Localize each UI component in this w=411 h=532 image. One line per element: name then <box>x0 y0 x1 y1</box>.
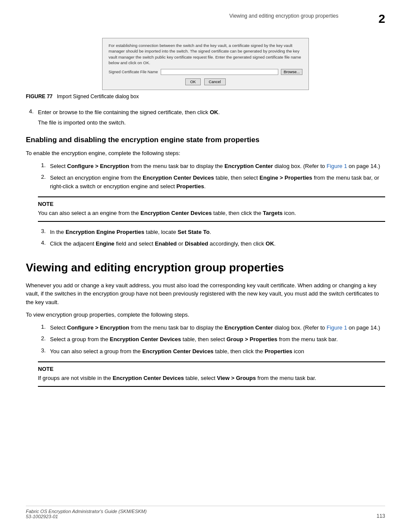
s1-step2-content: Select an encryption engine from the Enc… <box>50 174 385 190</box>
figure-caption: FIGURE 77 Import Signed Certificate dial… <box>26 93 139 100</box>
dialog-buttons: OK Cancel <box>109 78 302 85</box>
main-content: For establishing connection between the … <box>0 29 411 419</box>
s1-step4-ok: OK <box>266 240 274 247</box>
s2-note-ecd: Encryption Center Devices <box>112 375 184 381</box>
figure-77-container: For establishing connection between the … <box>26 38 385 100</box>
figure-caption-text: Import Signed Certificate dialog box <box>57 93 139 100</box>
section2-note-label: NOTE <box>38 366 385 372</box>
s1-step1-num: 1. <box>38 162 46 171</box>
ok-button[interactable]: OK <box>185 78 200 85</box>
s2-step3-ecd: Encryption Center Devices <box>142 348 213 355</box>
s2-note-view-groups: View > Groups <box>217 375 256 381</box>
s2-step3-properties: Properties <box>265 348 292 355</box>
s1-step2-ecd: Encryption Center Devices <box>143 174 214 181</box>
section1-steps-cont: 3. In the Encryption Engine Properties t… <box>38 228 385 248</box>
dialog-description: For establishing connection between the … <box>109 43 302 65</box>
footer-line2: 53-1002923-01 <box>26 514 146 519</box>
footer-line1: Fabric OS Encryption Administrator's Gui… <box>26 509 146 514</box>
section2-steps: 1. Select Configure > Encryption from th… <box>38 324 385 387</box>
figure-steps: 4. Enter or browse to the file containin… <box>26 108 385 127</box>
section1-step-4: 4. Click the adjacent Engine field and s… <box>38 240 385 248</box>
section1-steps: 1. Select Configure > Encryption from th… <box>38 162 385 248</box>
chapter-number: 2 <box>378 13 385 25</box>
s2-step2-group-props: Group > Properties <box>227 336 277 342</box>
s1-step4-enabled: Enabled <box>155 240 177 247</box>
section1-note-text: You can also select a an engine from the… <box>38 209 385 218</box>
page-header: Viewing and editing encryption group pro… <box>0 0 411 29</box>
s1-step2-properties: Properties <box>176 183 204 190</box>
section1-note-targets: Targets <box>263 210 283 216</box>
step-4-ok: OK <box>210 109 218 115</box>
s2-step1-num: 1. <box>38 324 46 332</box>
s2-step1-link[interactable]: Figure 1 <box>327 324 347 331</box>
s1-step1-configure-encryption: Configure > Encryption <box>67 163 129 169</box>
section2-step-1: 1. Select Configure > Encryption from th… <box>38 324 385 332</box>
section2-step-2: 2. Select a group from the Encryption Ce… <box>38 335 385 344</box>
section1-step-2: 2. Select an encryption engine from the … <box>38 174 385 190</box>
certificate-input[interactable] <box>161 69 279 75</box>
dialog-field-row: Signed Certificate File Name Browse... <box>109 69 302 75</box>
section1-step-3: 3. In the Encryption Engine Properties t… <box>38 228 385 236</box>
figure-label: FIGURE 77 <box>26 93 53 100</box>
s1-step3-num: 3. <box>38 228 46 236</box>
step-4-content: Enter or browse to the file containing t… <box>38 108 385 127</box>
s1-step1-link[interactable]: Figure 1 <box>327 163 347 169</box>
s1-step4-num: 4. <box>38 240 46 248</box>
footer-left: Fabric OS Encryption Administrator's Gui… <box>26 509 146 519</box>
s1-step1-encryption-center: Encryption Center <box>224 163 273 169</box>
s1-step3-eep: Encryption Engine Properties <box>65 229 144 235</box>
browse-button[interactable]: Browse... <box>281 69 302 75</box>
s1-step4-disabled: Disabled <box>185 240 208 247</box>
s1-step3-set-state: Set State To <box>177 229 209 235</box>
section2-to-view: To view encryption group properties, com… <box>26 311 385 319</box>
footer-page-number: 113 <box>377 513 385 519</box>
s2-step2-ecd: Encryption Center Devices <box>110 336 181 342</box>
section2-step-list: 1. Select Configure > Encryption from th… <box>38 324 385 356</box>
s1-step1-content: Select Configure > Encryption from the m… <box>50 162 385 171</box>
s1-step4-engine: Engine <box>96 240 114 247</box>
field-label: Signed Certificate File Name <box>109 70 158 74</box>
page: Viewing and editing encryption group pro… <box>0 0 411 532</box>
s2-step3-content: You can also select a group from the Enc… <box>50 347 385 356</box>
section2-step-3: 3. You can also select a group from the … <box>38 347 385 356</box>
section1-step-1: 1. Select Configure > Encryption from th… <box>38 162 385 171</box>
s2-step3-num: 3. <box>38 347 46 356</box>
s2-step1-configure: Configure > Encryption <box>67 324 129 331</box>
cancel-button[interactable]: Cancel <box>204 78 226 85</box>
figure-77-dialog: For establishing connection between the … <box>102 38 309 90</box>
section2-intro: Whenever you add or change a key vault a… <box>26 281 385 307</box>
section1-intro: To enable the encryption engine, complet… <box>26 149 385 158</box>
step-4-num: 4. <box>26 108 34 127</box>
section1-heading: Enabling and disabling the encryption en… <box>26 135 385 145</box>
s2-step2-content: Select a group from the Encryption Cente… <box>50 335 385 344</box>
section2-note-text: If groups are not visible in the Encrypt… <box>38 374 385 383</box>
page-footer: Fabric OS Encryption Administrator's Gui… <box>26 506 385 519</box>
s2-step1-content: Select Configure > Encryption from the m… <box>50 324 385 332</box>
header-title: Viewing and editing encryption group pro… <box>198 13 370 19</box>
step-4-enter: 4. Enter or browse to the file containin… <box>26 108 385 127</box>
section1-note: NOTE You can also select a an engine fro… <box>38 196 385 222</box>
s1-step3-content: In the Encryption Engine Properties tabl… <box>50 228 385 236</box>
s2-step2-num: 2. <box>38 335 46 344</box>
step-4-sub: The file is imported onto the switch. <box>38 118 385 127</box>
section2-note: NOTE If groups are not visible in the En… <box>38 361 385 387</box>
s1-step4-content: Click the adjacent Engine field and sele… <box>50 240 385 248</box>
section1-note-ecd: Encryption Center Devices <box>140 210 212 216</box>
step-4-text-prefix: Enter or browse to the file containing t… <box>38 109 208 115</box>
s2-step1-ec: Encryption Center <box>224 324 273 331</box>
s1-step2-engine-props: Engine > Properties <box>259 174 312 181</box>
s1-step2-num: 2. <box>38 174 46 190</box>
section1-note-label: NOTE <box>38 201 385 207</box>
section2-heading: Viewing and editing encryption group pro… <box>26 261 385 274</box>
section1-step-list: 1. Select Configure > Encryption from th… <box>38 162 385 191</box>
